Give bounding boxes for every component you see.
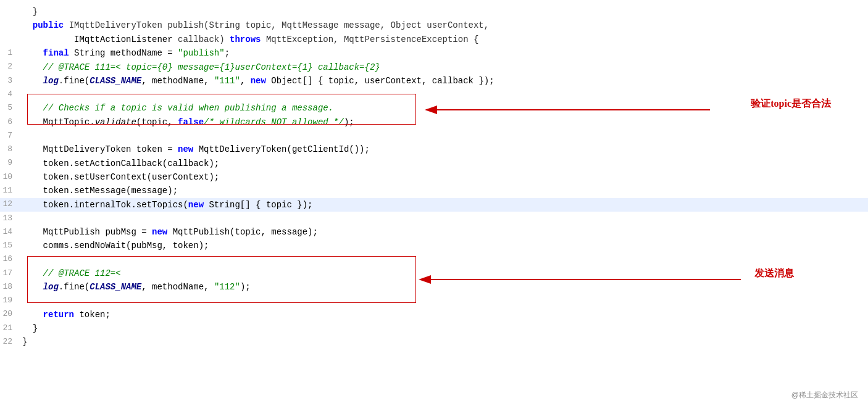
annotation-label-send: 发送消息 xyxy=(754,265,794,281)
line-content: // Checks if a topic is valid when publi… xyxy=(20,101,868,115)
line-content: token.internalTok.setTopics(new String[]… xyxy=(20,198,868,212)
line-number: 22 xyxy=(0,336,20,349)
line-row: public IMqttDeliveryToken publish(String… xyxy=(0,19,868,32)
line-content: comms.sendNoWait(pubMsg, token); xyxy=(20,239,868,252)
line-row: 9 token.setActionCallback(callback); xyxy=(0,157,868,170)
line-content: MqttPublish pubMsg = new MqttPublish(top… xyxy=(20,225,868,239)
line-content: MqttTopic.validate(topic, false/* wildca… xyxy=(20,115,868,129)
line-number: 9 xyxy=(0,157,20,170)
line-content: } xyxy=(20,335,868,349)
line-number: 15 xyxy=(0,239,20,252)
code-area: } public IMqttDeliveryToken publish(Stri… xyxy=(0,0,868,354)
watermark: @稀土掘金技术社区 xyxy=(791,389,858,401)
line-row: } xyxy=(0,5,868,19)
line-number: 14 xyxy=(0,226,20,239)
line-row: 21 } xyxy=(0,321,868,335)
line-content: MqttDeliveryToken token = new MqttDelive… xyxy=(20,143,868,156)
line-number: 2 xyxy=(0,60,20,73)
line-content: } xyxy=(20,5,868,19)
line-number: 6 xyxy=(0,116,20,129)
line-row: 20 return token; xyxy=(0,308,868,321)
line-number: 19 xyxy=(0,294,20,307)
line-row-highlighted: 12 token.internalTok.setTopics(new Strin… xyxy=(0,198,868,212)
line-row: 10 token.setUserContext(userContext); xyxy=(0,170,868,184)
line-number: 16 xyxy=(0,253,20,266)
line-number: 12 xyxy=(0,198,20,211)
line-row: 16 xyxy=(0,253,868,267)
line-row: 18 log.fine(CLASS_NAME, methodName, "112… xyxy=(0,280,868,294)
line-content: token.setUserContext(userContext); xyxy=(20,170,868,184)
line-row: IMqttActionListener callback) throws Mqt… xyxy=(0,33,868,46)
line-row: 5 // Checks if a topic is valid when pub… xyxy=(0,101,868,115)
line-row-sendnowait: 15 comms.sendNoWait(pubMsg, token); xyxy=(0,239,868,252)
line-number: 3 xyxy=(0,75,20,88)
line-content: final String methodName = "publish"; xyxy=(20,46,868,60)
code-container: } public IMqttDeliveryToken publish(Stri… xyxy=(0,0,868,406)
line-row-pubmsg: 14 MqttPublish pubMsg = new MqttPublish(… xyxy=(0,225,868,239)
line-row: 4 xyxy=(0,88,868,101)
line-row: 19 xyxy=(0,294,868,308)
line-row-validate: 6 MqttTopic.validate(topic, false/* wild… xyxy=(0,115,868,129)
line-row: 11 token.setMessage(message); xyxy=(0,184,868,197)
line-content: return token; xyxy=(20,308,868,321)
line-row: 3 log.fine(CLASS_NAME, methodName, "111"… xyxy=(0,74,868,88)
line-content: IMqttActionListener callback) throws Mqt… xyxy=(20,33,868,46)
line-content: log.fine(CLASS_NAME, methodName, "112"); xyxy=(20,280,868,294)
line-number: 5 xyxy=(0,102,20,115)
line-content: token.setMessage(message); xyxy=(20,184,868,197)
line-number: 4 xyxy=(0,88,20,101)
line-row: 7 xyxy=(0,129,868,143)
line-number: 21 xyxy=(0,322,20,335)
line-content: // @TRACE 112=< xyxy=(20,267,868,280)
line-row: 22 } xyxy=(0,335,868,349)
line-content: // @TRACE 111=< topic={0} message={1}use… xyxy=(20,60,868,74)
line-number: 7 xyxy=(0,130,20,143)
line-row: 17 // @TRACE 112=< xyxy=(0,267,868,280)
line-content: log.fine(CLASS_NAME, methodName, "111", … xyxy=(20,74,868,88)
line-number: 20 xyxy=(0,308,20,321)
line-content: public IMqttDeliveryToken publish(String… xyxy=(20,19,868,32)
line-number: 13 xyxy=(0,212,20,225)
line-number: 11 xyxy=(0,184,20,197)
line-content: token.setActionCallback(callback); xyxy=(20,157,868,170)
line-number: 17 xyxy=(0,267,20,280)
line-row: 13 xyxy=(0,212,868,225)
line-number: 1 xyxy=(0,47,20,60)
line-row: 8 MqttDeliveryToken token = new MqttDeli… xyxy=(0,143,868,156)
line-row: 1 final String methodName = "publish"; xyxy=(0,46,868,60)
line-number: 10 xyxy=(0,171,20,184)
annotation-label-validate: 验证topic是否合法 xyxy=(751,96,831,112)
line-number: 18 xyxy=(0,281,20,294)
line-number: 8 xyxy=(0,143,20,156)
line-row: 2 // @TRACE 111=< topic={0} message={1}u… xyxy=(0,60,868,74)
line-content: } xyxy=(20,321,868,335)
